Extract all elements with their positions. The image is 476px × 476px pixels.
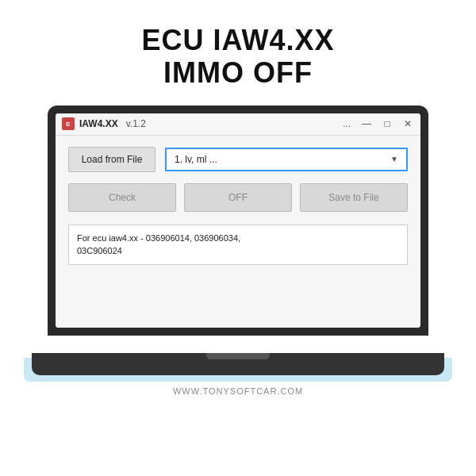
laptop-screen-outer: E IAW4.XX v.1.2 ... — □ ✕ Load from File: [48, 106, 428, 336]
app-window: E IAW4.XX v.1.2 ... — □ ✕ Load from File: [56, 113, 420, 328]
app-version: v.1.2: [126, 118, 146, 129]
footer-url: WWW.TONYSOFTCAR.COM: [173, 386, 303, 396]
laptop-screen-inner: E IAW4.XX v.1.2 ... — □ ✕ Load from File: [56, 113, 420, 328]
app-name: IAW4.XX: [79, 118, 118, 129]
minimize-button[interactable]: —: [360, 119, 373, 129]
save-to-file-button[interactable]: Save to File: [300, 183, 408, 212]
chevron-down-icon: ▼: [390, 155, 398, 163]
dropdown-selector[interactable]: 1. lv, ml ... ▼: [165, 148, 408, 171]
laptop-illustration: E IAW4.XX v.1.2 ... — □ ✕ Load from File: [48, 106, 428, 375]
app-icon: E: [62, 117, 75, 130]
info-text-box: For ecu iaw4.xx - 036906014, 036906034, …: [68, 225, 408, 265]
window-body: Load from File 1. lv, ml ... ▼ Check OFF…: [56, 136, 420, 328]
window-controls: — □ ✕: [360, 119, 414, 129]
off-button[interactable]: OFF: [184, 183, 292, 212]
action-buttons-row: Check OFF Save to File: [68, 183, 408, 212]
info-text: For ecu iaw4.xx - 036906014, 036906034, …: [77, 233, 240, 256]
title-line2: IMMO OFF: [163, 56, 313, 89]
laptop-base: [32, 353, 444, 375]
dropdown-value: 1. lv, ml ...: [175, 154, 217, 165]
title-dots: ...: [343, 118, 351, 129]
maximize-button[interactable]: □: [381, 119, 393, 129]
load-from-file-button[interactable]: Load from File: [68, 147, 155, 172]
window-titlebar: E IAW4.XX v.1.2 ... — □ ✕: [56, 113, 420, 136]
close-button[interactable]: ✕: [401, 119, 414, 129]
check-button[interactable]: Check: [68, 183, 176, 212]
page-title: ECU IAW4.XX IMMO OFF: [141, 24, 334, 90]
top-row: Load from File 1. lv, ml ... ▼: [68, 147, 408, 172]
title-line1: ECU IAW4.XX: [141, 24, 334, 56]
